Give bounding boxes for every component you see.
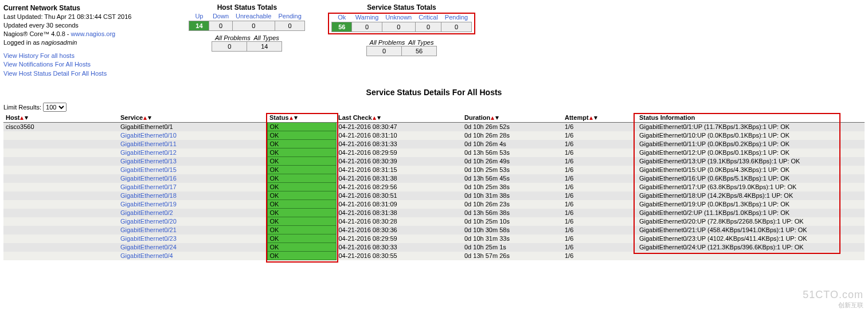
service-link[interactable]: GigabitEthernet0/13: [120, 158, 177, 165]
cell-host: [3, 209, 118, 217]
cell-duration: 0d 10h 26m 28s: [462, 131, 562, 140]
host-up-header[interactable]: Up: [195, 13, 203, 19]
svg-marker-1: [25, 116, 28, 120]
service-link[interactable]: GigabitEthernet0/10: [120, 132, 177, 139]
svc-warning-header[interactable]: Warning: [355, 14, 379, 21]
col-info[interactable]: Status Information: [637, 113, 865, 123]
service-link[interactable]: GigabitEthernet0/12: [120, 149, 177, 156]
svc-all-types[interactable]: 56: [402, 46, 437, 56]
cell-service: GigabitEthernet0/4: [118, 252, 267, 260]
cell-status-info: GigabitEthernet0/17:UP (63.8KBps/19.0KBp…: [637, 183, 865, 191]
svc-critical-count[interactable]: 0: [415, 22, 441, 32]
table-row: GigabitEthernet0/18OK04-21-2016 08:30:51…: [3, 191, 865, 200]
table-row: cisco3560GigabitEthernet0/1OK04-21-2016 …: [3, 123, 865, 131]
host-all-types[interactable]: 14: [247, 42, 282, 52]
service-link[interactable]: GigabitEthernet0/15: [120, 166, 177, 173]
sort-down-icon: [495, 116, 499, 120]
cell-duration: 0d 10h 26m 4s: [462, 140, 562, 148]
col-duration[interactable]: Duration: [462, 113, 562, 123]
host-status-totals: Host Status Totals Up Down Unreachable P…: [189, 3, 305, 52]
service-link[interactable]: GigabitEthernet0/2: [120, 209, 173, 216]
col-host[interactable]: Host: [3, 113, 118, 123]
cell-attempt: 1/6: [562, 209, 637, 217]
cell-attempt: 1/6: [562, 123, 637, 131]
cell-service: GigabitEthernet0/23: [118, 234, 267, 243]
svg-marker-3: [148, 116, 151, 120]
svc-unknown-header[interactable]: Unknown: [385, 14, 412, 21]
cell-status-info: GigabitEthernet0/20:UP (72.8KBps/2268.5K…: [637, 217, 865, 226]
sort-up-icon: [289, 116, 294, 120]
host-link[interactable]: cisco3560: [6, 123, 34, 130]
service-status-totals: Service Status Totals Ok Warning Unknown…: [328, 3, 475, 56]
svc-ok-count[interactable]: 56: [332, 22, 352, 32]
cell-duration: 0d 13h 56m 45s: [462, 174, 562, 183]
cell-attempt: 1/6: [562, 243, 637, 252]
svg-marker-7: [377, 116, 381, 120]
host-all-problems[interactable]: 0: [212, 42, 247, 52]
service-link[interactable]: GigabitEthernet0/4: [120, 252, 173, 259]
limit-select[interactable]: 100: [43, 103, 67, 112]
svc-ok-header[interactable]: Ok: [338, 14, 346, 21]
cell-duration: 0d 10h 26m 52s: [462, 123, 562, 131]
host-pending-header[interactable]: Pending: [278, 13, 301, 19]
service-link[interactable]: GigabitEthernet0/18: [120, 192, 177, 199]
host-unreachable-header[interactable]: Unreachable: [236, 13, 271, 19]
cell-duration: 0d 13h 57m 26s: [462, 252, 562, 260]
cell-last-check: 04-21-2016 08:30:47: [336, 123, 462, 131]
col-service[interactable]: Service: [118, 113, 267, 123]
svc-critical-header[interactable]: Critical: [419, 14, 438, 21]
cell-status: OK: [267, 183, 336, 191]
cell-status: OK: [267, 131, 336, 140]
col-status[interactable]: Status: [267, 113, 336, 123]
table-row: GigabitEthernet0/16OK04-21-2016 08:31:38…: [3, 174, 865, 183]
cell-service: GigabitEthernet0/1: [118, 123, 267, 131]
service-link[interactable]: GigabitEthernet0/16: [120, 175, 177, 182]
host-down-header[interactable]: Down: [213, 13, 229, 19]
cell-attempt: 1/6: [562, 234, 637, 243]
cell-service: GigabitEthernet0/17: [118, 183, 267, 191]
cell-service: GigabitEthernet0/2: [118, 209, 267, 217]
svc-unknown-count[interactable]: 0: [382, 22, 415, 32]
col-last-check[interactable]: Last Check: [336, 113, 462, 123]
table-row: GigabitEthernet0/17OK04-21-2016 08:29:56…: [3, 183, 865, 191]
sort-down-icon: [593, 116, 598, 120]
view-host-detail-link[interactable]: View Host Status Detail For All Hosts: [3, 70, 107, 77]
service-link[interactable]: GigabitEthernet0/21: [120, 226, 177, 233]
svc-pending-count[interactable]: 0: [441, 22, 471, 32]
cell-attempt: 1/6: [562, 183, 637, 191]
current-network-status: Current Network Status Last Updated: Thu…: [3, 3, 131, 79]
view-history-link[interactable]: View History For all hosts: [3, 52, 75, 59]
svc-all-problems[interactable]: 0: [367, 46, 402, 56]
cell-service: GigabitEthernet0/20: [118, 217, 267, 226]
nagios-link[interactable]: www.nagios.org: [71, 30, 116, 37]
table-row: GigabitEthernet0/10OK04-21-2016 08:31:10…: [3, 131, 865, 140]
service-link[interactable]: GigabitEthernet0/19: [120, 201, 177, 208]
svc-pending-header[interactable]: Pending: [445, 14, 468, 21]
service-status-table: Host Service Status Last Check Duration …: [3, 113, 865, 260]
cell-status: OK: [267, 209, 336, 217]
host-down-count[interactable]: 0: [209, 21, 232, 31]
service-link[interactable]: GigabitEthernet0/24: [120, 244, 177, 251]
service-link[interactable]: GigabitEthernet0/1: [120, 123, 173, 130]
cell-status-info: GigabitEthernet0/24:UP (121.3KBps/396.6K…: [637, 243, 865, 252]
cell-last-check: 04-21-2016 08:31:38: [336, 209, 462, 217]
sort-down-icon: [24, 116, 29, 120]
service-link[interactable]: GigabitEthernet0/20: [120, 218, 177, 225]
svg-marker-2: [143, 116, 147, 120]
svc-warning-count[interactable]: 0: [352, 22, 382, 32]
cell-attempt: 1/6: [562, 157, 637, 166]
host-unreachable-count[interactable]: 0: [232, 21, 275, 31]
service-link[interactable]: GigabitEthernet0/11: [120, 140, 177, 147]
cell-host: [3, 157, 118, 166]
service-link[interactable]: GigabitEthernet0/23: [120, 235, 177, 242]
cell-host: [3, 234, 118, 243]
cell-status: OK: [267, 157, 336, 166]
cell-attempt: 1/6: [562, 131, 637, 140]
col-attempt[interactable]: Attempt: [562, 113, 637, 123]
service-link[interactable]: GigabitEthernet0/17: [120, 183, 177, 190]
view-notifications-link[interactable]: View Notifications For All Hosts: [3, 61, 91, 68]
host-pending-count[interactable]: 0: [275, 21, 304, 31]
host-up-count[interactable]: 14: [189, 21, 209, 31]
table-row: GigabitEthernet0/15OK04-21-2016 08:31:15…: [3, 166, 865, 174]
cell-host: [3, 252, 118, 260]
